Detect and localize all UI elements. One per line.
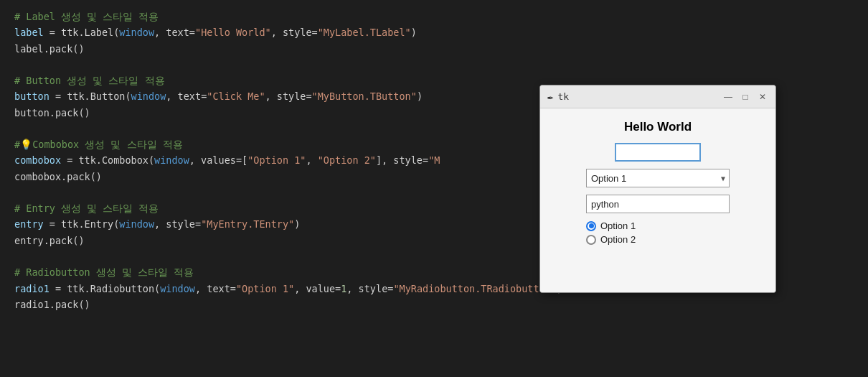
tk-python-entry[interactable] bbox=[586, 195, 730, 213]
tk-radio-label-2: Option 2 bbox=[600, 234, 636, 245]
tk-radio-option2[interactable]: Option 2 bbox=[586, 234, 636, 245]
tk-title-left: ✒️ tk bbox=[547, 91, 569, 103]
code-line-blank-1 bbox=[14, 57, 854, 73]
tk-radio-group: Option 1 Option 2 bbox=[586, 220, 730, 245]
tk-radio-label-1: Option 1 bbox=[600, 220, 636, 231]
code-line-2: label = ttk.Label(window, text="Hello Wo… bbox=[14, 24, 854, 40]
tk-close-button[interactable]: ✕ bbox=[757, 91, 768, 103]
code-line-3: label.pack() bbox=[14, 41, 854, 57]
code-line-1: # Label 생성 및 스타일 적용 bbox=[14, 9, 854, 24]
tk-entry-field[interactable] bbox=[615, 143, 701, 162]
code-line-15: radio1.pack() bbox=[14, 297, 854, 312]
tk-window-title: tk bbox=[557, 91, 569, 102]
tk-window-controls: — □ ✕ bbox=[722, 91, 768, 103]
tk-feather-icon: ✒️ bbox=[547, 91, 553, 103]
tk-maximize-button[interactable]: □ bbox=[740, 91, 751, 103]
tk-titlebar: ✒️ tk — □ ✕ bbox=[540, 85, 775, 108]
tk-combobox-container: Option 1 Option 2 ▼ bbox=[586, 169, 730, 187]
tk-window: ✒️ tk — □ ✕ Hello World Option 1 Option … bbox=[539, 85, 776, 293]
tk-radio-button-1[interactable] bbox=[586, 221, 596, 231]
tk-radio-option1[interactable]: Option 1 bbox=[586, 220, 636, 231]
tk-body: Hello World Option 1 Option 2 ▼ Option 1… bbox=[540, 108, 775, 292]
tk-radio-button-2[interactable] bbox=[586, 235, 596, 245]
tk-combobox[interactable]: Option 1 Option 2 bbox=[586, 169, 730, 187]
tk-minimize-button[interactable]: — bbox=[722, 91, 734, 103]
tk-hello-label: Hello World bbox=[624, 120, 692, 134]
